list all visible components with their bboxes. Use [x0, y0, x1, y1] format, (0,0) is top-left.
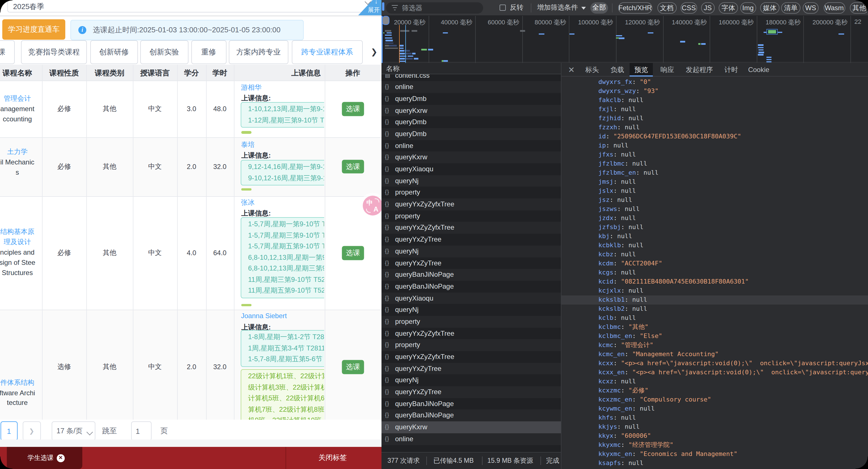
detail-tab-1[interactable]: 负载	[608, 63, 627, 76]
json-property-row[interactable]: kcxz: null	[561, 377, 868, 386]
json-property-row[interactable]: jzfsbj: null	[561, 223, 868, 232]
network-request-row[interactable]: {}queryYxZyTree	[381, 234, 561, 245]
json-property-row[interactable]: jzdx: null	[561, 214, 868, 223]
network-request-row[interactable]: {}queryDmb	[381, 128, 561, 140]
json-property-row[interactable]: ksapfs: null	[561, 459, 868, 468]
json-property-row[interactable]: id: "25096DC647EFD153E0630C18F80A039C"	[561, 132, 868, 141]
json-property-row[interactable]: ip: null	[561, 141, 868, 150]
json-property-row[interactable]: kkyxmc_en: "Economics and Management"	[561, 450, 868, 459]
network-request-row[interactable]: {}queryYxZyTree	[381, 386, 561, 398]
course-name-link[interactable]: 土力学	[7, 147, 28, 157]
network-request-row[interactable]: {}queryBanJiNoPage	[381, 269, 561, 280]
json-property-row[interactable]: kclb: null	[561, 313, 868, 323]
teacher-link[interactable]: 张冰	[241, 198, 255, 207]
json-property-row[interactable]: khfs: null	[561, 413, 868, 423]
json-property-row[interactable]: fzzxh: null	[561, 123, 868, 132]
json-property-row[interactable]: kcbz: null	[561, 250, 868, 259]
json-property-row[interactable]: jfzlbmc: null	[561, 159, 868, 168]
pick-course-button[interactable]: 选课	[342, 360, 364, 374]
json-property-row[interactable]: kkjys: null	[561, 423, 868, 432]
network-request-row[interactable]: {}online	[381, 433, 561, 445]
filter-chip-css[interactable]: CSS	[681, 2, 697, 13]
json-property-row[interactable]: kkyxmc: "经济管理学院"	[561, 441, 868, 450]
json-property-row[interactable]: kcbklb: null	[561, 241, 868, 250]
network-request-row[interactable]: {}queryYxZyTree	[381, 363, 561, 374]
json-property-row[interactable]: kslx: null	[561, 468, 868, 469]
json-property-row[interactable]: kcmc_en: "Management Accounting"	[561, 350, 868, 359]
tab-2[interactable]: 创新研修	[90, 40, 138, 64]
network-request-row[interactable]: {}queryKxrw	[381, 152, 561, 163]
teacher-link[interactable]: 游相华	[241, 83, 261, 93]
next-page-button[interactable]: ❯	[23, 421, 41, 441]
json-property-row[interactable]: jfzlbmc_en: null	[561, 168, 868, 177]
course-name-link[interactable]: 结构基本原	[0, 227, 34, 237]
close-tab-icon[interactable]: ✕	[57, 454, 64, 462]
close-tab-button[interactable]: 关闭标签	[318, 447, 347, 469]
network-request-row[interactable]: {}queryXiaoqu	[381, 163, 561, 175]
json-property-row[interactable]: jslx: null	[561, 187, 868, 196]
network-request-row[interactable]: {}queryKxrw	[381, 105, 561, 116]
teacher-link[interactable]: Joanna Siebert	[241, 312, 287, 320]
page-number-button[interactable]: 1	[0, 421, 18, 441]
network-request-row[interactable]: {}property	[381, 339, 561, 351]
json-property-row[interactable]: kcxzmc_en: "Compulsory course"	[561, 395, 868, 404]
network-request-row[interactable]: {}property	[381, 187, 561, 199]
network-filter-input[interactable]: 筛选器	[386, 2, 483, 13]
network-request-row[interactable]: {}queryYxZyZyfxTree	[381, 199, 561, 210]
network-request-row[interactable]: {}queryYxZyZyfxTree	[381, 351, 561, 363]
json-property-row[interactable]: kclbmc: "其他"	[561, 323, 868, 332]
json-property-row[interactable]: kcmc: "管理会计"	[561, 341, 868, 350]
filter-chip--[interactable]: 字体	[719, 2, 738, 13]
json-property-row[interactable]: dwyxrs_fx: "0"	[561, 78, 868, 87]
network-request-row[interactable]: {}queryBanJiNoPage	[381, 410, 561, 422]
tab-3[interactable]: 创新实验	[140, 40, 188, 64]
json-property-row[interactable]: dwyxrs_wzy: "93"	[561, 87, 868, 96]
tab-4[interactable]: 重修	[191, 40, 226, 64]
close-icon[interactable]: ✕	[567, 63, 576, 76]
json-property-row[interactable]: jsz: null	[561, 196, 868, 205]
tab-active-6[interactable]: 跨专业课程体系	[291, 40, 363, 64]
json-property-row[interactable]: kcid: "082111EB4800A745E0630B18F80A6301"	[561, 277, 868, 287]
network-request-row[interactable]: {}queryDmb	[381, 93, 561, 105]
json-property-row[interactable]: kcywmc_en: null	[561, 404, 868, 413]
json-property-row[interactable]: kcgs: null	[561, 268, 868, 277]
json-property-row[interactable]: kcxzmc: "必修"	[561, 386, 868, 395]
json-property-row[interactable]: fxjl: null	[561, 105, 868, 114]
network-request-row[interactable]: {}property	[381, 210, 561, 222]
network-overview-timeline[interactable]: 20000 毫秒40000 毫秒60000 毫秒80000 毫秒100000 毫…	[381, 15, 868, 63]
page-size-select[interactable]: 17 条/页	[51, 421, 95, 441]
network-request-row[interactable]: {}queryBanJiNoPage	[381, 281, 561, 292]
tab-5[interactable]: 方案内跨专业	[228, 40, 288, 64]
network-request-row[interactable]: ▤content.css	[381, 74, 561, 81]
translate-button[interactable]: 中 A	[363, 196, 381, 215]
filter-chip--[interactable]: 媒体	[760, 2, 779, 13]
pick-course-button[interactable]: 选课	[342, 102, 364, 116]
network-request-row[interactable]: {}online	[381, 81, 561, 93]
detail-tab-6[interactable]: Cookie	[746, 63, 772, 76]
network-request-row[interactable]: {}queryNj	[381, 375, 561, 386]
detail-tab-4[interactable]: 发起程序	[683, 63, 716, 76]
network-request-row[interactable]: {}queryNj	[381, 304, 561, 316]
network-request-row[interactable]: {}queryXiaoqu	[381, 292, 561, 304]
filter-chip--[interactable]: 文档	[657, 2, 676, 13]
json-property-row[interactable]: jfxs: null	[561, 150, 868, 159]
network-request-row[interactable]: {}queryNj	[381, 245, 561, 257]
json-property-row[interactable]: kbj: null	[561, 232, 868, 241]
progress-button[interactable]: 学习进度直通车	[2, 20, 65, 40]
more-filters-dropdown[interactable]: 增加筛选条件	[537, 0, 578, 15]
json-property-row[interactable]: kckslb1: null	[561, 296, 868, 305]
json-property-row[interactable]: kkyx: "600006"	[561, 432, 868, 441]
network-request-row[interactable]: {}queryNj	[381, 175, 561, 187]
json-property-row[interactable]: kcxx_en: "<p><a href=\"javascript:void(0…	[561, 368, 868, 377]
pick-course-button[interactable]: 选课	[342, 160, 364, 173]
tab-1[interactable]: 竞赛指导类课程	[21, 40, 87, 64]
json-property-row[interactable]: kcxx: "<p><a href=\"javascript:void(0);\…	[561, 359, 868, 368]
network-request-row[interactable]: {}queryYxZyZyfxTree	[381, 222, 561, 234]
timeline-grip-handle[interactable]	[382, 16, 390, 25]
network-request-row[interactable]: {}queryKxrw	[381, 422, 561, 433]
network-table-header[interactable]: 名称	[381, 63, 561, 74]
filter-chip--[interactable]: 全部	[590, 2, 608, 13]
network-request-row[interactable]: {}online	[381, 140, 561, 152]
jump-page-input[interactable]: 1	[131, 421, 151, 441]
tabs-more-button[interactable]: ❯	[368, 40, 380, 64]
